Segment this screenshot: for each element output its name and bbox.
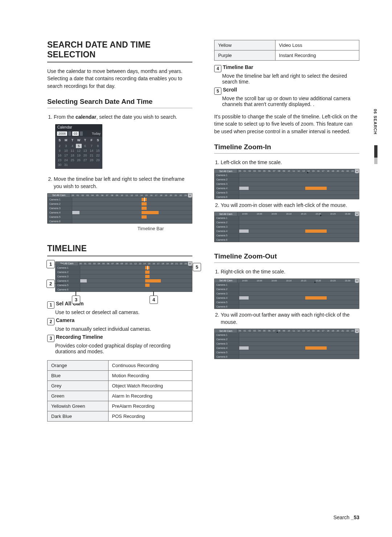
scroll-down-icon[interactable]: ▼ — [355, 330, 359, 333]
camera-label[interactable]: Camera 3 — [48, 206, 72, 210]
calendar-day[interactable]: 10 — [63, 149, 69, 153]
calendar-day[interactable]: 4 — [69, 144, 75, 148]
camera-label[interactable]: Camera 3 — [215, 182, 239, 186]
calendar-day[interactable]: 5 — [76, 144, 82, 148]
time-scale[interactable]: 0001020304050607080910111213141516171819… — [237, 169, 355, 173]
calendar-day[interactable]: 31 — [63, 163, 69, 167]
calendar-day[interactable]: 29 — [95, 158, 101, 162]
timeline-track[interactable] — [72, 206, 192, 210]
sel-all-cam-button[interactable]: Sel All Cam — [215, 212, 237, 216]
timeline-track[interactable] — [239, 346, 359, 350]
timeline-track[interactable] — [239, 220, 359, 224]
timeline[interactable]: Sel All Cam00010203040506070809101112131… — [214, 169, 359, 199]
timeline-track[interactable] — [239, 296, 359, 300]
timeline-track[interactable] — [72, 219, 192, 223]
timeline-track[interactable] — [239, 287, 359, 291]
timeline-track[interactable] — [239, 300, 359, 304]
timeline-track[interactable] — [239, 182, 359, 186]
calendar-day[interactable]: 27 — [82, 158, 88, 162]
timeline-track[interactable] — [80, 283, 192, 287]
calendar-day[interactable]: 25 — [69, 158, 75, 162]
calendar-day[interactable]: 19 — [76, 153, 82, 158]
camera-label[interactable]: Camera 3 — [56, 274, 80, 278]
camera-label[interactable]: Camera 4 — [215, 296, 239, 300]
calendar-day[interactable]: 8 — [95, 144, 101, 148]
camera-label[interactable]: Camera 2 — [56, 270, 80, 274]
camera-label[interactable]: Camera 4 — [48, 211, 72, 215]
time-scale[interactable]: 0001020304050607080910111213141516171819… — [78, 262, 188, 265]
timeline[interactable]: Sel All Cam00010203040506070809101112131… — [55, 261, 192, 292]
camera-label[interactable]: Camera 1 — [215, 216, 239, 220]
calendar-day[interactable]: 15 — [95, 149, 101, 153]
sel-all-cam-button[interactable]: Sel All Cam — [215, 329, 237, 333]
month-spinner[interactable] — [80, 131, 83, 136]
timeline-track[interactable] — [239, 191, 359, 195]
scroll-down-icon[interactable]: ▼ — [355, 213, 359, 216]
camera-label[interactable]: Camera 5 — [215, 191, 239, 195]
timeline-cursor[interactable] — [147, 266, 148, 270]
scrollbar[interactable]: ▲▼ — [188, 262, 192, 265]
calendar-day[interactable]: 3 — [63, 144, 69, 148]
calendar-day[interactable]: 16 — [57, 153, 63, 158]
calendar-day[interactable]: 13 — [82, 149, 88, 153]
timeline-track[interactable] — [80, 266, 192, 270]
scrollbar[interactable]: ▲▼ — [355, 329, 359, 333]
time-scale[interactable]: 0001020304050607080910111213141516171819… — [70, 194, 188, 197]
timeline-track[interactable] — [239, 173, 359, 177]
calendar-day[interactable]: 21 — [89, 153, 95, 158]
camera-label[interactable]: Camera 2 — [215, 178, 239, 182]
timeline-track[interactable] — [239, 225, 359, 229]
timeline[interactable]: Sel All Cam00010203040506070809101112131… — [214, 329, 359, 359]
calendar-day[interactable]: 9 — [57, 149, 63, 153]
time-scale[interactable]: 14:5515:0015:0515:1015:1515:2015:2515:30 — [237, 212, 355, 216]
timeline-track[interactable] — [72, 211, 192, 215]
camera-label[interactable]: Camera 1 — [56, 266, 80, 270]
camera-label[interactable]: Camera 2 — [215, 220, 239, 224]
calendar-day[interactable]: 23 — [57, 158, 63, 162]
calendar-month[interactable]: 03 — [72, 131, 79, 136]
calendar-day[interactable]: 22 — [95, 153, 101, 158]
scroll-down-icon[interactable]: ▼ — [355, 280, 359, 282]
camera-label[interactable]: Camera 2 — [215, 287, 239, 291]
timeline-track[interactable] — [239, 216, 359, 220]
scroll-down-icon[interactable]: ▼ — [188, 194, 192, 197]
calendar-widget[interactable]: Calendar 2008 03 Today SMTWTFS2345678910… — [55, 124, 102, 169]
camera-label[interactable]: Camera 6 — [48, 219, 72, 223]
timeline-track[interactable] — [239, 229, 359, 233]
camera-label[interactable]: Camera 6 — [215, 355, 239, 359]
camera-label[interactable]: Camera 5 — [56, 283, 80, 287]
timeline-cursor[interactable] — [144, 198, 145, 202]
scrollbar[interactable]: ▲▼ — [355, 169, 359, 173]
camera-label[interactable]: Camera 5 — [48, 215, 72, 219]
scroll-down-icon[interactable]: ▼ — [355, 170, 359, 173]
scroll-down-icon[interactable]: ▼ — [188, 263, 192, 265]
camera-label[interactable]: Camera 5 — [215, 300, 239, 304]
calendar-day[interactable]: 7 — [89, 144, 95, 148]
camera-label[interactable]: Camera 1 — [215, 283, 239, 287]
time-scale[interactable]: 14:5515:0015:0515:1015:1515:2015:2515:30 — [237, 279, 355, 282]
calendar-day[interactable]: 20 — [82, 153, 88, 158]
camera-label[interactable]: Camera 4 — [215, 186, 239, 190]
camera-label[interactable]: Camera 6 — [215, 305, 239, 309]
sel-all-cam-button[interactable]: Sel All Cam — [48, 194, 70, 197]
camera-label[interactable]: Camera 6 — [56, 288, 80, 292]
timeline-track[interactable] — [80, 279, 192, 283]
camera-label[interactable]: Camera 5 — [215, 233, 239, 237]
timeline[interactable]: Sel All Cam14:5515:0015:0515:1015:1515:2… — [214, 212, 359, 242]
camera-label[interactable]: Camera 3 — [215, 292, 239, 296]
timeline-track[interactable] — [239, 350, 359, 354]
timeline-track[interactable] — [239, 355, 359, 359]
today-button[interactable]: Today — [92, 132, 101, 135]
camera-label[interactable]: Camera 6 — [215, 195, 239, 199]
sel-all-cam-button[interactable]: Sel All Cam — [215, 279, 237, 282]
timeline-track[interactable] — [239, 333, 359, 337]
camera-label[interactable]: Camera 3 — [215, 225, 239, 229]
camera-label[interactable]: Camera 2 — [215, 337, 239, 341]
calendar-day[interactable]: 12 — [76, 149, 82, 153]
sel-all-cam-button[interactable]: Sel All Cam — [56, 262, 78, 265]
time-scale[interactable]: 0001020304050607080910111213141516171819… — [237, 329, 355, 333]
calendar-day[interactable]: 2 — [57, 144, 63, 148]
camera-label[interactable]: Camera 2 — [48, 202, 72, 206]
timeline-track[interactable] — [239, 337, 359, 341]
calendar-day[interactable]: 18 — [69, 153, 75, 158]
